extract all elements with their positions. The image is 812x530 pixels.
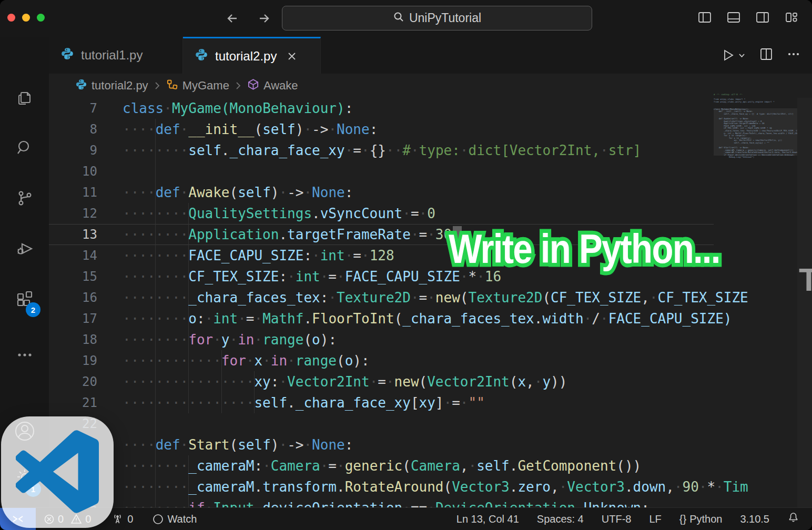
close-tab-icon[interactable] bbox=[287, 51, 297, 62]
line-number[interactable]: 16 bbox=[49, 287, 97, 308]
toggle-panel-icon[interactable] bbox=[727, 11, 740, 26]
minimap-slider[interactable] bbox=[714, 108, 797, 156]
traffic-lights bbox=[7, 14, 45, 22]
ports-indicator[interactable]: 0 bbox=[111, 513, 133, 526]
cursor-position[interactable]: Ln 13, Col 41 bbox=[456, 513, 519, 525]
toggle-primary-sidebar-icon[interactable] bbox=[698, 11, 712, 26]
run-debug-icon[interactable] bbox=[0, 238, 49, 259]
search-sidebar-icon[interactable] bbox=[0, 138, 49, 158]
line-number[interactable]: 21 bbox=[49, 392, 97, 413]
code-line[interactable]: 24········_cameraM:·Camera·=·generic(Cam… bbox=[49, 455, 812, 476]
code-line[interactable]: 9········self._chara_face_xy·=·{}··#·typ… bbox=[49, 140, 812, 161]
python-file-icon bbox=[195, 48, 208, 65]
more-actions-icon[interactable] bbox=[0, 344, 49, 365]
caption-text: Write in Python... bbox=[449, 226, 720, 272]
code-line[interactable]: 18········for·y·in·range(o): bbox=[49, 329, 812, 350]
status-bar: 0 0 0 Watch Ln 13, Col 41 Spaces: 4 UTF-… bbox=[0, 507, 812, 530]
line-number[interactable]: 7 bbox=[49, 98, 97, 119]
line-number[interactable]: 9 bbox=[49, 140, 97, 161]
explorer-icon[interactable] bbox=[0, 88, 49, 108]
line-number[interactable]: 17 bbox=[49, 308, 97, 329]
breadcrumb-class[interactable]: MyGame bbox=[166, 78, 229, 94]
line-number[interactable]: 19 bbox=[49, 350, 97, 371]
code-line[interactable]: 7class·MyGame(MonoBehaviour): bbox=[49, 98, 812, 119]
code-line[interactable]: 19············for·x·in·range(o): bbox=[49, 350, 812, 371]
breadcrumb-file[interactable]: tutorial2.py bbox=[75, 78, 148, 94]
tab-label: tutorial2.py bbox=[215, 49, 277, 64]
code-text: ········Application.targetFrameRate·=·30 bbox=[123, 224, 462, 245]
line-number[interactable]: 8 bbox=[49, 119, 97, 140]
code-text: ········_cameraM.transform.RotateAround(… bbox=[123, 476, 748, 497]
code-text: class·MyGame(MonoBehaviour): bbox=[123, 98, 353, 119]
editor-more-actions-icon[interactable] bbox=[787, 47, 800, 63]
breadcrumb-file-label: tutorial2.py bbox=[92, 79, 148, 93]
editor-scrollbar[interactable] bbox=[797, 98, 812, 508]
code-text: ········if·Input.deviceOrientation·==·De… bbox=[123, 497, 649, 508]
title-bar: UniPyTutorial bbox=[0, 0, 812, 37]
code-line[interactable]: 21················self._chara_face_xy[xy… bbox=[49, 392, 812, 413]
command-center-search[interactable]: UniPyTutorial bbox=[282, 6, 592, 30]
code-text: ········_chara_faces_tex:·Texture2D·=·ne… bbox=[123, 287, 748, 308]
code-line[interactable]: 16········_chara_faces_tex:·Texture2D·=·… bbox=[49, 287, 812, 308]
code-text: ················xy:·Vector2Int·=·new(Vec… bbox=[123, 371, 567, 392]
code-text: ········FACE_CAPU_SIZE:·int·=·128 bbox=[123, 245, 394, 266]
indentation[interactable]: Spaces: 4 bbox=[537, 513, 584, 525]
extensions-icon[interactable] bbox=[0, 288, 49, 309]
search-title: UniPyTutorial bbox=[409, 11, 481, 25]
code-line[interactable]: 12········QualitySettings.vSyncCount·=·0 bbox=[49, 203, 812, 224]
forward-arrow-icon[interactable] bbox=[255, 9, 273, 27]
symbol-class-icon bbox=[166, 78, 178, 94]
code-text: ····def·__init__(self)·->·None: bbox=[123, 119, 378, 140]
line-number[interactable]: 10 bbox=[49, 161, 97, 182]
line-number[interactable]: 15 bbox=[49, 266, 97, 287]
code-line[interactable]: 8····def·__init__(self)·->·None: bbox=[49, 119, 812, 140]
line-number[interactable]: 20 bbox=[49, 371, 97, 392]
code-editor[interactable]: 7class·MyGame(MonoBehaviour):8····def·__… bbox=[49, 98, 812, 508]
toggle-secondary-sidebar-icon[interactable] bbox=[756, 11, 769, 26]
eol-sequence[interactable]: LF bbox=[649, 513, 661, 525]
notifications-bell-icon[interactable] bbox=[787, 512, 799, 526]
extensions-badge: 2 bbox=[26, 302, 40, 317]
code-line[interactable]: 26········if·Input.deviceOrientation·==·… bbox=[49, 497, 812, 508]
language-mode[interactable]: {} Python bbox=[679, 513, 723, 525]
code-line[interactable]: 20················xy:·Vector2Int·=·new(V… bbox=[49, 371, 812, 392]
vscode-logo bbox=[16, 430, 99, 513]
chevron-right-icon bbox=[154, 81, 161, 90]
line-number[interactable]: 14 bbox=[49, 245, 97, 266]
close-window-button[interactable] bbox=[7, 14, 15, 22]
breadcrumb-class-label: MyGame bbox=[182, 79, 229, 93]
customize-layout-icon[interactable] bbox=[785, 11, 798, 26]
tab-label: tutorial1.py bbox=[81, 48, 143, 63]
back-arrow-icon[interactable] bbox=[224, 9, 241, 27]
code-line[interactable]: 23····def·Start(self)·->·None: bbox=[49, 434, 812, 455]
tab-strip: tutorial1.py tutorial2.py bbox=[49, 37, 812, 74]
minimap-line: Debug.Log("Unknown") bbox=[714, 156, 797, 159]
tab-tutorial1[interactable]: tutorial1.py bbox=[49, 37, 183, 74]
source-control-icon[interactable] bbox=[0, 188, 49, 208]
code-line[interactable]: 22 bbox=[49, 413, 812, 434]
encoding[interactable]: UTF-8 bbox=[602, 513, 632, 525]
code-line[interactable]: 25········_cameraM.transform.RotateAroun… bbox=[49, 476, 812, 497]
breadcrumb: tutorial2.py MyGame Awake bbox=[49, 74, 812, 98]
chevron-down-icon bbox=[738, 52, 746, 59]
split-editor-icon[interactable] bbox=[759, 47, 773, 63]
code-text: ········for·y·in·range(o): bbox=[123, 329, 337, 350]
zoom-window-button[interactable] bbox=[37, 14, 45, 22]
vscode-app-icon-overlay bbox=[1, 416, 114, 528]
breadcrumb-method[interactable]: Awake bbox=[247, 78, 298, 94]
python-interpreter[interactable]: 3.10.5 bbox=[740, 513, 769, 525]
watch-indicator[interactable]: Watch bbox=[152, 513, 197, 525]
code-text: ············for·x·in·range(o): bbox=[123, 350, 370, 371]
code-text: ········o:·int·=·Mathf.FloorToInt(_chara… bbox=[123, 308, 732, 329]
tab-tutorial2[interactable]: tutorial2.py bbox=[183, 37, 321, 74]
line-number[interactable]: 18 bbox=[49, 329, 97, 350]
minimize-window-button[interactable] bbox=[22, 14, 30, 22]
line-number[interactable]: 11 bbox=[49, 182, 97, 203]
line-number[interactable]: 12 bbox=[49, 203, 97, 224]
vscode-window: UniPyTutorial 2 bbox=[0, 0, 812, 530]
line-number[interactable]: 13 bbox=[49, 224, 97, 245]
code-line[interactable]: 11····def·Awake(self)·->·None: bbox=[49, 182, 812, 203]
run-python-file-button[interactable] bbox=[721, 48, 746, 62]
code-line[interactable]: 17········o:·int·=·Mathf.FloorToInt(_cha… bbox=[49, 308, 812, 329]
code-line[interactable]: 10 bbox=[49, 161, 812, 182]
